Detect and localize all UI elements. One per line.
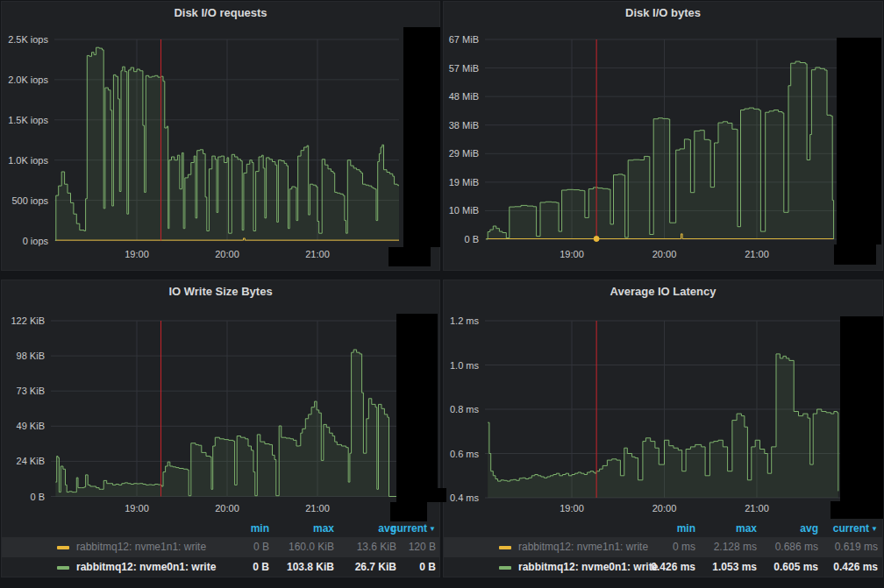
legend-current-value: 0.619 ms [835, 537, 878, 557]
y-axis-tick-label: 2.0K iops [8, 74, 48, 85]
chart-io-write-size[interactable]: 0 B24 KiB49 KiB73 KiB98 KiB122 KiB19:002… [2, 280, 439, 521]
panel-title-io-write-size[interactable]: IO Write Size Bytes [2, 280, 439, 303]
series-name-nvme1n1[interactable]: rabbitmq12: nvme1n1: write [76, 537, 206, 557]
panel-disk-io-bytes: 0 B10 MiB19 MiB29 MiB38 MiB48 MiB57 MiB6… [443, 1, 883, 271]
legend-header-min[interactable]: min [677, 522, 695, 535]
x-axis-tick-label: 20:00 [215, 249, 239, 259]
y-axis-tick-label: 38 MiB [449, 120, 479, 131]
y-axis-tick-label: 1.5K iops [8, 115, 48, 125]
x-axis-tick-label: 21:00 [745, 249, 769, 259]
legend-min-value: 0 B [253, 557, 269, 577]
x-axis-tick-label: 19:00 [125, 503, 149, 514]
legend-avg-value: 26.7 KiB [355, 557, 396, 577]
sort-desc-icon: ▼ [429, 525, 436, 533]
sort-desc-icon: ▼ [871, 525, 878, 533]
y-axis-tick-label: 0 iops [23, 236, 49, 246]
legend-current-value: 0.426 ms [833, 557, 878, 577]
legend-min-value: 0 ms [673, 537, 695, 557]
y-axis-tick-label: 0 B [30, 492, 45, 502]
y-axis-tick-label: 500 iops [11, 195, 48, 206]
x-axis-tick-label: 21:00 [305, 249, 330, 259]
series-name-nvme1n1[interactable]: rabbitmq12: nvme1n1: write [518, 537, 648, 557]
legend-header-avg[interactable]: avg [800, 522, 818, 535]
legend-min-value: 0 B [253, 537, 269, 557]
series-name-nvme0n1[interactable]: rabbitmq12: nvme0n1: write [76, 557, 216, 577]
y-axis-tick-label: 67 MiB [449, 34, 479, 45]
y-axis-tick-label: 98 KiB [17, 351, 45, 361]
series-fill [488, 354, 838, 498]
y-axis-tick-label: 24 KiB [17, 456, 45, 466]
legend-header-min[interactable]: min [251, 522, 269, 535]
x-axis-tick-label: 19:00 [560, 249, 584, 259]
x-axis-tick-label: 20:00 [652, 503, 677, 514]
legend-max-value: 2.128 ms [714, 537, 757, 557]
x-axis-tick-label: 20:00 [215, 503, 239, 514]
panel-title-disk-io-bytes[interactable]: Disk I/O bytes [444, 2, 882, 25]
series-name-nvme0n1[interactable]: rabbitmq12: nvme0n1: write [518, 557, 658, 577]
redaction-box [390, 502, 427, 521]
panel-title-avg-io-latency[interactable]: Average IO Latency [444, 280, 882, 303]
series-fill [486, 61, 833, 239]
series-swatch-nvme0n1[interactable] [57, 566, 69, 570]
series-swatch-nvme0n1[interactable] [499, 566, 511, 570]
redaction-box [834, 244, 876, 265]
legend-row-nvme0n1: rabbitmq12: nvme0n1: write 0.426 ms 1.05… [444, 557, 882, 577]
redaction-box [396, 314, 438, 488]
event-marker-dot[interactable] [594, 236, 599, 241]
y-axis-tick-label: 2.5K iops [8, 34, 48, 45]
y-axis-tick-label: 1.0 ms [450, 360, 480, 371]
redaction-box [403, 27, 440, 247]
legend-header-current[interactable]: current▼ [391, 522, 436, 535]
panel-io-write-size: 0 B24 KiB49 KiB73 KiB98 KiB122 KiB19:002… [1, 280, 440, 577]
chart-disk-io-requests[interactable]: 0 iops500 iops1.0K iops1.5K iops2.0K iop… [2, 2, 439, 270]
panel-disk-io-requests: 0 iops500 iops1.0K iops1.5K iops2.0K iop… [1, 1, 440, 271]
legend-header-current-label: current [391, 522, 427, 535]
legend-row-nvme1n1: rabbitmq12: nvme1n1: write 0 B 160.0 KiB… [2, 537, 439, 557]
y-axis-tick-label: 49 KiB [17, 421, 45, 431]
redaction-box [837, 38, 881, 244]
y-axis-tick-label: 1.2 ms [450, 315, 480, 326]
y-axis-tick-label: 0.4 ms [450, 492, 480, 503]
y-axis-tick-label: 1.0K iops [8, 155, 48, 166]
redaction-box [831, 501, 883, 519]
legend-current-value: 120 B [409, 537, 436, 557]
y-axis-tick-label: 0 B [464, 234, 479, 244]
legend-header-max[interactable]: max [736, 522, 757, 535]
series-swatch-nvme1n1[interactable] [57, 546, 69, 549]
legend-io-write-size: min max avg current▼ rabbitmq12: nvme1n1… [2, 522, 439, 577]
legend-header-row: min max avg current▼ [2, 522, 439, 537]
legend-header-current[interactable]: current▼ [833, 522, 878, 535]
y-axis-tick-label: 48 MiB [449, 91, 479, 102]
legend-row-nvme1n1: rabbitmq12: nvme1n1: write 0 ms 2.128 ms… [444, 537, 882, 557]
chart-avg-io-latency[interactable]: 0.4 ms0.6 ms0.8 ms1.0 ms1.2 ms19:0020:00… [444, 280, 882, 521]
series-swatch-nvme1n1[interactable] [499, 546, 511, 549]
y-axis-tick-label: 122 KiB [11, 315, 45, 326]
y-axis-tick-label: 0.6 ms [450, 449, 480, 459]
y-axis-tick-label: 29 MiB [449, 148, 479, 159]
legend-max-value: 103.8 KiB [287, 557, 334, 577]
legend-current-value: 0 B [419, 557, 436, 577]
legend-avg-value: 13.6 KiB [357, 537, 396, 557]
chart-disk-io-bytes[interactable]: 0 B10 MiB19 MiB29 MiB38 MiB48 MiB57 MiB6… [444, 2, 882, 270]
x-axis-tick-label: 21:00 [745, 503, 769, 514]
legend-avg-value: 0.686 ms [775, 537, 818, 557]
y-axis-tick-label: 10 MiB [449, 205, 479, 216]
x-axis-tick-label: 19:00 [560, 503, 584, 514]
legend-row-nvme0n1: rabbitmq12: nvme0n1: write 0 B 103.8 KiB… [2, 557, 439, 577]
legend-header-max[interactable]: max [313, 522, 334, 535]
dashboard: 0 iops500 iops1.0K iops1.5K iops2.0K iop… [0, 0, 884, 588]
redaction-box [396, 488, 446, 502]
y-axis-tick-label: 73 KiB [17, 386, 45, 396]
panel-title-disk-io-requests[interactable]: Disk I/O requests [2, 2, 439, 25]
redaction-box [840, 316, 883, 501]
legend-max-value: 160.0 KiB [289, 537, 334, 557]
legend-max-value: 1.053 ms [712, 557, 757, 577]
legend-avg-io-latency: min max avg current▼ rabbitmq12: nvme1n1… [444, 522, 882, 577]
legend-header-row: min max avg current▼ [444, 522, 882, 537]
panel-avg-io-latency: 0.4 ms0.6 ms0.8 ms1.0 ms1.2 ms19:0020:00… [443, 280, 883, 577]
x-axis-tick-label: 21:00 [305, 503, 330, 514]
redaction-box [389, 247, 431, 266]
x-axis-tick-label: 20:00 [652, 249, 677, 259]
y-axis-tick-label: 0.8 ms [450, 404, 480, 414]
x-axis-tick-label: 19:00 [125, 249, 149, 259]
